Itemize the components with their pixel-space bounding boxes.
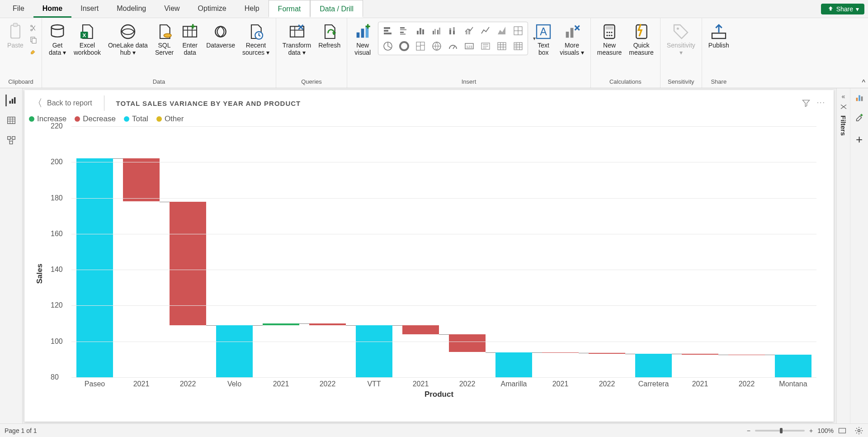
expand-pane-icon[interactable]: « — [842, 93, 845, 100]
dataverse-button[interactable]: Dataverse — [203, 21, 239, 51]
add-pane-icon[interactable]: + — [856, 133, 863, 147]
gauge-icon[interactable] — [446, 39, 460, 53]
menu-tab-insert[interactable]: Insert — [71, 0, 108, 18]
gridline — [71, 198, 816, 199]
svg-point-10 — [164, 33, 171, 37]
map-icon[interactable] — [430, 39, 443, 53]
enter-data-button[interactable]: Enter data — [177, 21, 203, 58]
bar-2021[interactable] — [402, 325, 439, 334]
ribbon-group-clipboard: Paste Clipboard — [0, 18, 42, 88]
line-chart-icon[interactable] — [479, 24, 492, 38]
svg-rect-27 — [433, 31, 434, 34]
bar-velo[interactable] — [216, 325, 252, 377]
menu-tab-modeling[interactable]: Modeling — [108, 0, 155, 18]
bar-carretera[interactable] — [635, 354, 671, 377]
menu-tab-help[interactable]: Help — [236, 0, 269, 18]
sensitivity-button[interactable]: Sensitivity▾ — [663, 21, 699, 58]
column-chart-icon[interactable] — [414, 24, 427, 38]
clustered-column-icon[interactable] — [430, 24, 443, 38]
connector — [765, 355, 775, 355]
legend-dot-other — [156, 116, 162, 122]
bar-amarilla[interactable] — [495, 352, 532, 378]
combo-chart-icon[interactable] — [462, 24, 476, 38]
onelake-button[interactable]: OneLake data hub ▾ — [104, 21, 151, 58]
share-button[interactable]: Share ▾ — [821, 4, 864, 14]
model-view-button[interactable] — [5, 134, 17, 146]
bar-2021[interactable] — [123, 158, 159, 201]
transform-icon — [288, 23, 306, 41]
bar-2021[interactable] — [263, 323, 299, 325]
new-visual-button[interactable]: New visual — [350, 21, 375, 58]
bar-2022[interactable] — [449, 334, 485, 352]
report-view-button[interactable] — [5, 95, 17, 106]
bar-2022[interactable] — [309, 323, 345, 325]
pie-chart-icon[interactable] — [381, 39, 395, 53]
svg-rect-63 — [9, 101, 11, 104]
bar-vtt[interactable] — [356, 325, 392, 377]
y-tick: 220 — [51, 122, 63, 130]
refresh-button[interactable]: Refresh — [315, 21, 344, 51]
recent-sources-button[interactable]: Recent sources ▾ — [239, 21, 273, 58]
treemap-icon[interactable] — [414, 39, 427, 53]
format-pane-icon[interactable] — [854, 113, 864, 123]
visual-title: TOTAL SALES VARIANCE BY YEAR AND PRODUCT — [116, 100, 301, 107]
new-measure-button[interactable]: New measure — [594, 21, 625, 58]
filters-funnel-icon[interactable] — [840, 103, 848, 111]
svg-rect-0 — [11, 25, 20, 38]
visualizations-pane-icon[interactable] — [854, 93, 864, 103]
copy-button[interactable] — [28, 34, 39, 45]
settings-icon[interactable] — [854, 426, 863, 435]
gallery-expand-icon[interactable]: ▾ — [533, 35, 536, 42]
menu-tab-data-drill[interactable]: Data / Drill — [310, 0, 363, 18]
chevron-down-icon: ▾ — [266, 49, 269, 56]
zoom-slider[interactable] — [755, 430, 805, 432]
menu-tab-home[interactable]: Home — [33, 0, 71, 18]
chevron-down-icon: ▾ — [63, 49, 66, 56]
kpi-icon[interactable] — [479, 39, 492, 53]
bar-2022[interactable] — [589, 353, 625, 354]
card-icon[interactable]: 123 — [462, 39, 476, 53]
menu-tab-view[interactable]: View — [155, 0, 189, 18]
zoom-out-button[interactable]: − — [747, 427, 750, 434]
ribbon-chart-icon[interactable] — [511, 24, 525, 38]
more-visuals-button[interactable]: More visuals ▾ — [556, 21, 588, 58]
quick-measure-button[interactable]: Quick measure — [625, 21, 657, 58]
ribbon-collapse-button[interactable]: ^ — [862, 79, 865, 87]
publish-button[interactable]: Publish — [705, 21, 733, 51]
bar-2021[interactable] — [542, 352, 578, 353]
recent-icon — [247, 23, 265, 41]
connector — [672, 354, 682, 354]
filter-icon[interactable] — [802, 99, 811, 108]
matrix-icon[interactable] — [511, 39, 525, 53]
bar-2021[interactable] — [682, 354, 718, 354]
more-options-icon[interactable]: ··· — [817, 99, 826, 108]
clustered-bar-icon[interactable] — [397, 24, 411, 38]
stacked-bar-icon[interactable] — [381, 24, 395, 38]
menu-tab-file[interactable]: File — [4, 0, 33, 18]
back-to-report-button[interactable]: 〈 Back to report — [33, 96, 92, 110]
menu-tab-format[interactable]: Format — [269, 0, 311, 18]
stacked-column-icon[interactable] — [446, 24, 460, 38]
format-painter-button[interactable] — [28, 46, 39, 57]
visual-card[interactable]: 〈 Back to report TOTAL SALES VARIANCE BY… — [24, 90, 834, 422]
area-chart-icon[interactable] — [495, 24, 509, 38]
table-icon[interactable] — [495, 39, 509, 53]
excel-workbook-button[interactable]: XExcel workbook — [70, 21, 104, 58]
visual-gallery[interactable]: 123 ▾ — [378, 22, 528, 55]
cut-button[interactable] — [28, 23, 39, 33]
filters-pane-collapsed[interactable]: « Filters — [836, 88, 850, 423]
menu-tab-optimize[interactable]: Optimize — [189, 0, 236, 18]
donut-chart-icon[interactable] — [397, 39, 411, 53]
bar-montana[interactable] — [775, 355, 811, 377]
get-data-button[interactable]: Get data ▾ — [45, 21, 70, 58]
sql-server-button[interactable]: SQL Server — [151, 21, 177, 58]
bar-2022[interactable] — [728, 355, 764, 355]
bar-paseo[interactable] — [76, 158, 113, 377]
data-view-button[interactable] — [5, 114, 17, 126]
bar-2022[interactable] — [170, 202, 206, 326]
paste-button[interactable]: Paste — [3, 21, 28, 51]
ribbon-label-calc: Calculations — [594, 76, 657, 88]
zoom-in-button[interactable]: + — [809, 427, 813, 434]
transform-data-button[interactable]: Transform data ▾ — [279, 21, 315, 58]
fit-to-page-button[interactable] — [838, 428, 846, 434]
